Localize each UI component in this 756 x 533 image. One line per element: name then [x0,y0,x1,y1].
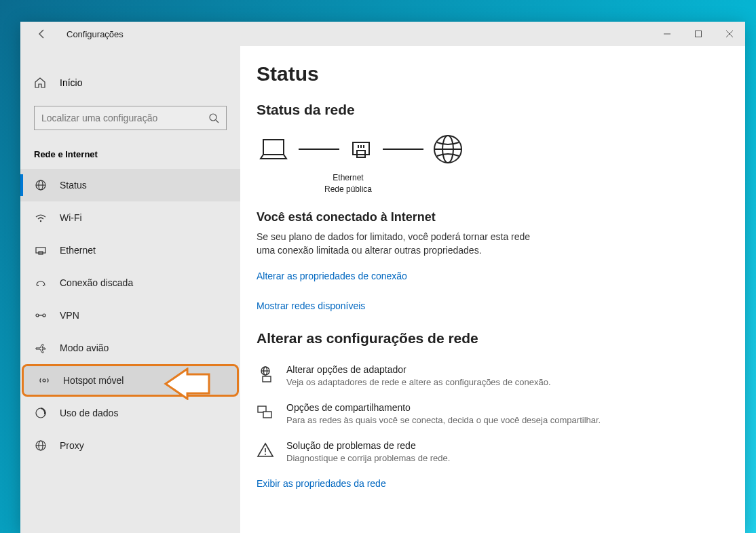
close-button[interactable] [714,22,745,46]
home-icon [34,77,48,89]
maximize-button[interactable] [683,22,714,46]
connected-title: Você está conectado à Internet [257,210,726,224]
svg-point-9 [40,220,41,222]
sidebar: Início Rede e Internet Status [20,46,240,533]
globe-large-icon [432,133,464,165]
option-title: Alterar opções de adaptador [286,364,551,375]
svg-rect-34 [263,376,271,382]
link-network-properties[interactable]: Exibir as propriedades da rede [257,478,726,489]
laptop-icon [257,136,290,163]
connected-description: Se seu plano de dados for limitado, você… [257,230,542,258]
home-label: Início [60,77,82,88]
network-type: Rede pública [257,184,440,195]
data-usage-icon [34,407,48,419]
sidebar-item-label: VPN [60,310,79,321]
option-sharing[interactable]: Opções de compartilhamento Para as redes… [257,402,726,425]
connector-line [299,149,339,150]
sidebar-item-proxy[interactable]: Proxy [20,429,240,462]
link-connection-properties[interactable]: Alterar as propriedades de conexão [257,271,726,281]
option-adapter[interactable]: Alterar opções de adaptador Veja os adap… [257,364,726,387]
sidebar-item-label: Uso de dados [60,408,118,418]
search-icon [208,113,219,123]
sidebar-item-datausage[interactable]: Uso de dados [20,397,240,429]
vpn-icon [34,309,48,321]
adapter-icon [257,364,276,387]
sidebar-item-label: Ethernet [60,245,96,256]
sidebar-item-label: Hotspot móvel [63,375,124,386]
settings-window: Configurações Início [20,22,745,533]
proxy-icon [34,439,48,452]
svg-point-15 [43,314,45,317]
svg-rect-10 [36,248,45,253]
sidebar-item-vpn[interactable]: VPN [20,299,240,332]
sidebar-item-label: Status [60,180,87,191]
svg-point-14 [36,314,39,317]
ethernet-icon [34,244,48,256]
option-troubleshoot[interactable]: Solução de problemas de rede Diagnostiqu… [257,440,726,463]
page-title: Status [257,62,726,85]
minimize-button[interactable] [651,22,683,46]
back-button[interactable] [37,28,48,39]
svg-point-13 [43,285,44,286]
sidebar-item-hotspot[interactable]: Hotspot móvel [22,364,239,397]
dialup-icon [34,277,48,289]
hotspot-icon [37,374,51,387]
sharing-icon [257,402,276,425]
sidebar-item-airplane[interactable]: Modo avião [20,332,240,364]
option-title: Opções de compartilhamento [286,402,601,413]
svg-rect-1 [696,31,702,37]
svg-rect-36 [263,412,271,418]
search-input[interactable] [34,106,227,130]
sidebar-item-label: Conexão discada [60,277,133,288]
svg-point-38 [265,454,266,455]
svg-point-12 [37,285,39,286]
main-content: Status Status da rede Ethernet Rede públ… [240,46,745,533]
sidebar-item-label: Wi-Fi [60,212,82,223]
svg-point-4 [210,114,216,121]
router-icon [347,136,375,163]
svg-rect-22 [263,140,284,155]
network-caption: Ethernet Rede pública [257,172,440,195]
sidebar-item-label: Modo avião [60,342,109,353]
option-title: Solução de problemas de rede [286,440,450,451]
airplane-icon [34,342,48,354]
svg-line-5 [216,120,219,123]
option-desc: Diagnostique e corrija problemas de rede… [286,453,450,463]
wifi-icon [34,212,48,224]
network-diagram [257,133,726,165]
svg-point-17 [43,379,45,382]
connector-line [383,149,423,150]
option-desc: Veja os adaptadores de rede e altere as … [286,377,551,387]
sidebar-item-label: Proxy [60,440,84,451]
svg-rect-23 [353,142,369,155]
sidebar-item-dialup[interactable]: Conexão discada [20,266,240,299]
section-network-status: Status da rede [257,102,726,118]
link-show-networks[interactable]: Mostrar redes disponíveis [257,300,726,311]
search-field[interactable] [41,113,208,123]
network-name: Ethernet [257,172,440,184]
globe-icon [34,179,48,191]
sidebar-item-status[interactable]: Status [20,169,240,201]
section-change-settings: Alterar as configurações de rede [257,330,726,347]
home-button[interactable]: Início [34,66,227,99]
sidebar-item-ethernet[interactable]: Ethernet [20,234,240,266]
app-title: Configurações [67,29,124,39]
titlebar: Configurações [20,22,745,46]
warning-icon [257,440,276,463]
sidebar-group-title: Rede e Internet [34,149,240,159]
sidebar-item-wifi[interactable]: Wi-Fi [20,201,240,234]
option-desc: Para as redes às quais você se conecta, … [286,415,601,425]
